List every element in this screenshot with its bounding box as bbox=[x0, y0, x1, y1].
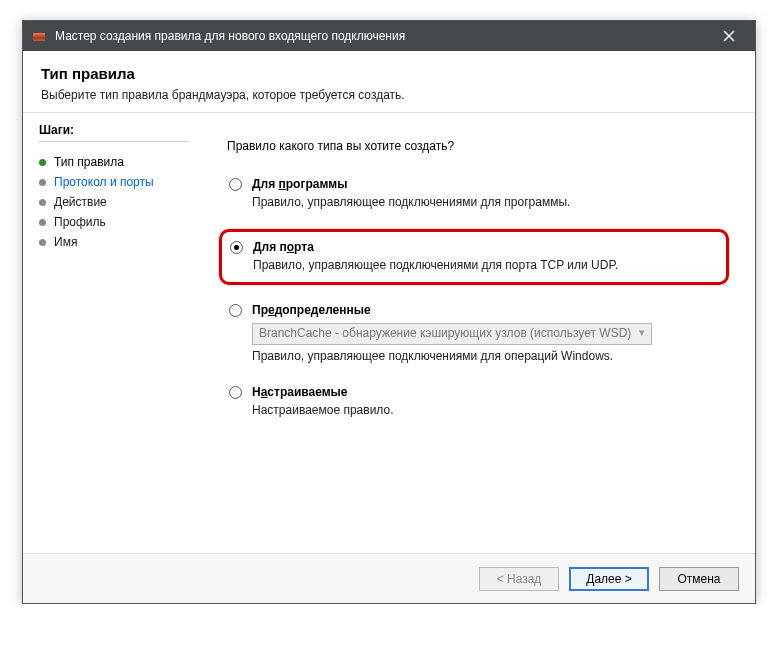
option-port-desc: Правило, управляющее подключениями для п… bbox=[253, 258, 712, 272]
cancel-button[interactable]: Отмена bbox=[659, 567, 739, 591]
close-icon bbox=[723, 30, 735, 42]
step-label: Профиль bbox=[54, 215, 106, 229]
radio-icon[interactable] bbox=[229, 386, 242, 399]
option-program[interactable]: Для программы Правило, управляющее подкл… bbox=[227, 175, 729, 211]
step-action[interactable]: Действие bbox=[39, 192, 189, 212]
step-profile[interactable]: Профиль bbox=[39, 212, 189, 232]
radio-icon[interactable] bbox=[230, 241, 243, 254]
wizard-window: Мастер создания правила для нового входя… bbox=[22, 20, 756, 604]
page-header: Тип правила Выберите тип правила брандма… bbox=[23, 51, 755, 113]
bullet-icon bbox=[39, 199, 46, 206]
step-protocol-ports[interactable]: Протокол и порты bbox=[39, 172, 189, 192]
firewall-icon bbox=[31, 28, 47, 44]
titlebar: Мастер создания правила для нового входя… bbox=[23, 21, 755, 51]
bullet-icon bbox=[39, 179, 46, 186]
predefined-dropdown: BranchCache - обнаружение кэширующих узл… bbox=[252, 323, 652, 345]
option-port-label: Для порта bbox=[253, 240, 314, 254]
window-title: Мастер создания правила для нового входя… bbox=[55, 29, 709, 43]
main-content: Правило какого типа вы хотите создать? Д… bbox=[201, 113, 755, 553]
steps-heading: Шаги: bbox=[39, 123, 189, 142]
option-program-desc: Правило, управляющее подключениями для п… bbox=[252, 195, 727, 209]
bullet-icon bbox=[39, 219, 46, 226]
steps-sidebar: Шаги: Тип правила Протокол и порты Дейст… bbox=[23, 113, 201, 553]
option-predefined[interactable]: Предопределенные BranchCache - обнаружен… bbox=[227, 301, 729, 365]
page-title: Тип правила bbox=[41, 65, 737, 82]
radio-icon[interactable] bbox=[229, 304, 242, 317]
back-button: < Назад bbox=[479, 567, 559, 591]
option-predefined-desc: Правило, управляющее подключениями для о… bbox=[252, 349, 727, 363]
svg-rect-2 bbox=[33, 37, 45, 39]
option-program-label: Для программы bbox=[252, 177, 347, 191]
option-custom-label: Настраиваемые bbox=[252, 385, 348, 399]
page-subtitle: Выберите тип правила брандмауэра, которо… bbox=[41, 88, 737, 102]
step-label: Тип правила bbox=[54, 155, 124, 169]
question-text: Правило какого типа вы хотите создать? bbox=[227, 139, 729, 153]
option-predefined-label: Предопределенные bbox=[252, 303, 371, 317]
step-rule-type[interactable]: Тип правила bbox=[39, 152, 189, 172]
footer: < Назад Далее > Отмена bbox=[23, 553, 755, 603]
next-button[interactable]: Далее > bbox=[569, 567, 649, 591]
step-label: Имя bbox=[54, 235, 77, 249]
close-button[interactable] bbox=[709, 21, 749, 51]
step-name[interactable]: Имя bbox=[39, 232, 189, 252]
step-label: Действие bbox=[54, 195, 107, 209]
svg-rect-1 bbox=[33, 33, 45, 35]
option-custom-desc: Настраиваемое правило. bbox=[252, 403, 727, 417]
bullet-icon bbox=[39, 239, 46, 246]
step-label: Протокол и порты bbox=[54, 175, 154, 189]
option-port[interactable]: Для порта Правило, управляющее подключен… bbox=[219, 229, 729, 285]
option-custom[interactable]: Настраиваемые Настраиваемое правило. bbox=[227, 383, 729, 419]
radio-icon[interactable] bbox=[229, 178, 242, 191]
bullet-icon bbox=[39, 159, 46, 166]
